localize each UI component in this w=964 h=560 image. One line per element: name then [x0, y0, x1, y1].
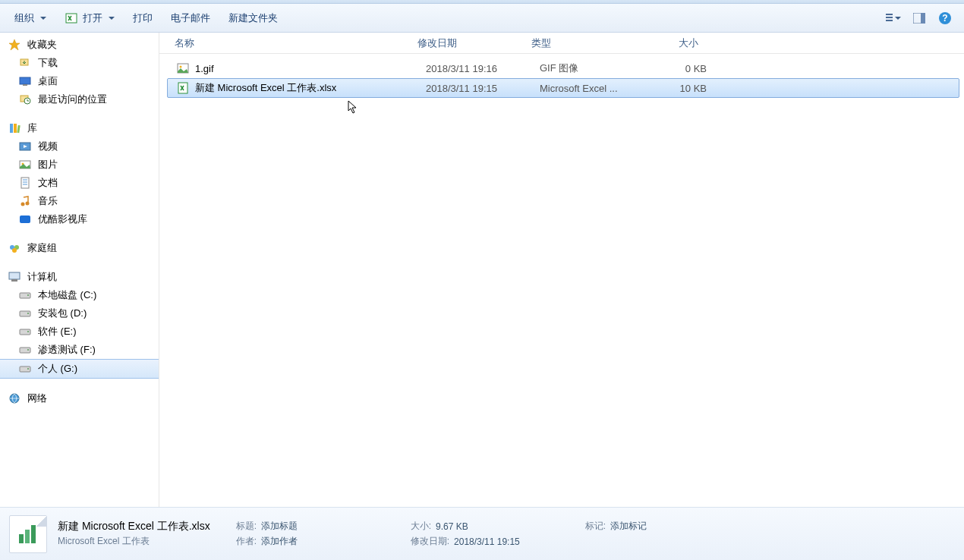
svg-point-38	[27, 331, 29, 332]
sidebar-item-drive-f[interactable]: 渗透测试 (F:)	[0, 341, 159, 359]
email-label: 电子邮件	[171, 11, 210, 25]
drive-icon	[18, 325, 32, 338]
network-group: 网络	[0, 389, 159, 407]
excel-icon	[65, 11, 78, 25]
desktop-icon	[18, 74, 32, 88]
svg-rect-48	[25, 530, 30, 543]
sidebar-item-music[interactable]: 音乐	[0, 192, 159, 210]
svg-rect-27	[20, 216, 30, 223]
svg-rect-11	[23, 84, 27, 86]
print-button[interactable]: 打印	[124, 8, 161, 29]
gif-file-icon	[175, 61, 191, 76]
drive-icon	[18, 362, 32, 376]
svg-rect-41	[20, 367, 30, 372]
homegroup-label: 家庭组	[27, 241, 57, 255]
sidebar-item-drive-g[interactable]: 个人 (G:)	[0, 359, 159, 379]
organize-button[interactable]: 组织	[6, 8, 55, 29]
svg-rect-16	[17, 125, 20, 133]
nav-label: 视频	[38, 140, 58, 153]
sidebar-item-downloads[interactable]: 下载	[0, 54, 159, 72]
meta-author[interactable]: 作者:添加作者	[236, 534, 411, 549]
nav-label: 文档	[38, 176, 58, 190]
svg-rect-21	[21, 178, 29, 188]
network-label: 网络	[27, 392, 47, 405]
computer-header[interactable]: 计算机	[0, 268, 159, 286]
view-options-button[interactable]	[885, 11, 902, 26]
network-header[interactable]: 网络	[0, 389, 159, 407]
svg-point-36	[27, 313, 29, 314]
sidebar-item-drive-d[interactable]: 安装包 (D:)	[0, 304, 159, 322]
file-row-gif[interactable]: 1.gif 2018/3/11 19:16 GIF 图像 0 KB	[167, 58, 959, 78]
nav-label: 优酷影视库	[38, 212, 87, 226]
svg-rect-15	[14, 124, 17, 133]
details-filetype: Microsoft Excel 工作表	[58, 535, 210, 548]
favorites-header[interactable]: 收藏夹	[0, 36, 159, 54]
new-folder-label: 新建文件夹	[228, 11, 278, 25]
toolbar-right: ?	[885, 11, 958, 26]
file-type: Microsoft Excel ...	[540, 83, 654, 94]
sidebar-item-videos[interactable]: 视频	[0, 137, 159, 156]
homegroup-header[interactable]: 家庭组	[0, 239, 159, 257]
computer-group: 计算机 本地磁盘 (C:) 安装包 (D:) 软件 (E:) 渗透测试 (F:)…	[0, 268, 159, 379]
svg-rect-46	[178, 83, 187, 93]
nav-label: 渗透测试 (F:)	[38, 343, 96, 357]
homegroup-group: 家庭组	[0, 239, 159, 257]
svg-point-30	[12, 248, 17, 253]
view-list-icon	[886, 13, 893, 24]
sidebar-item-youku[interactable]: 优酷影视库	[0, 210, 159, 228]
new-folder-button[interactable]: 新建文件夹	[220, 8, 286, 29]
recent-icon	[18, 93, 32, 106]
sidebar-item-drive-e[interactable]: 软件 (E:)	[0, 322, 159, 341]
svg-point-40	[27, 349, 29, 351]
sidebar-item-documents[interactable]: 文档	[0, 174, 159, 192]
file-size: 10 KB	[654, 83, 722, 94]
sidebar-item-recent[interactable]: 最近访问的位置	[0, 90, 159, 109]
libraries-header[interactable]: 库	[0, 119, 159, 137]
help-button[interactable]: ?	[937, 11, 953, 26]
email-button[interactable]: 电子邮件	[162, 8, 219, 29]
svg-rect-35	[20, 311, 30, 316]
videos-icon	[18, 140, 32, 153]
favorites-label: 收藏夹	[27, 38, 57, 52]
svg-point-45	[180, 66, 182, 68]
nav-label: 图片	[38, 158, 58, 171]
sidebar-item-desktop[interactable]: 桌面	[0, 72, 159, 90]
svg-rect-10	[20, 77, 30, 84]
column-date[interactable]: 修改日期	[417, 36, 531, 50]
preview-pane-button[interactable]	[911, 11, 928, 26]
details-text: 新建 Microsoft Excel 工作表.xlsx Microsoft Ex…	[58, 520, 210, 548]
svg-point-26	[26, 202, 30, 206]
svg-rect-39	[20, 348, 30, 353]
file-date: 2018/3/11 19:15	[426, 83, 540, 94]
help-icon: ?	[938, 11, 952, 25]
nav-label: 软件 (E:)	[38, 325, 77, 338]
documents-icon	[18, 176, 32, 190]
meta-title[interactable]: 标题:添加标题	[236, 519, 411, 534]
svg-rect-14	[10, 124, 13, 133]
drive-icon	[18, 343, 32, 357]
meta-size: 大小:9.67 KB	[411, 519, 585, 534]
open-button[interactable]: 打开	[56, 8, 123, 29]
sidebar-item-pictures[interactable]: 图片	[0, 156, 159, 174]
column-type[interactable]: 类型	[531, 36, 645, 50]
favorites-group: 收藏夹 下载 桌面 最近访问的位置	[0, 36, 159, 109]
nav-label: 下载	[38, 56, 58, 70]
svg-marker-8	[9, 39, 20, 50]
svg-rect-31	[9, 272, 20, 279]
svg-rect-49	[31, 525, 36, 543]
svg-rect-47	[19, 534, 24, 543]
downloads-icon	[18, 56, 32, 70]
file-list-area: 名称 修改日期 类型 大小 1.gif 2018/3/11 19:16 GIF …	[159, 33, 964, 507]
meta-tag[interactable]: 标记:添加标记	[585, 519, 760, 534]
svg-rect-0	[66, 14, 77, 23]
nav-label: 桌面	[38, 74, 58, 88]
youku-icon	[18, 212, 32, 226]
file-date: 2018/3/11 19:16	[426, 63, 540, 74]
drive-icon	[18, 288, 32, 302]
organize-label: 组织	[14, 11, 34, 25]
column-name[interactable]: 名称	[167, 36, 417, 50]
file-row-xlsx[interactable]: 新建 Microsoft Excel 工作表.xlsx 2018/3/11 19…	[167, 78, 959, 98]
column-size[interactable]: 大小	[645, 36, 714, 50]
sidebar-item-drive-c[interactable]: 本地磁盘 (C:)	[0, 286, 159, 304]
nav-label: 音乐	[38, 194, 58, 208]
